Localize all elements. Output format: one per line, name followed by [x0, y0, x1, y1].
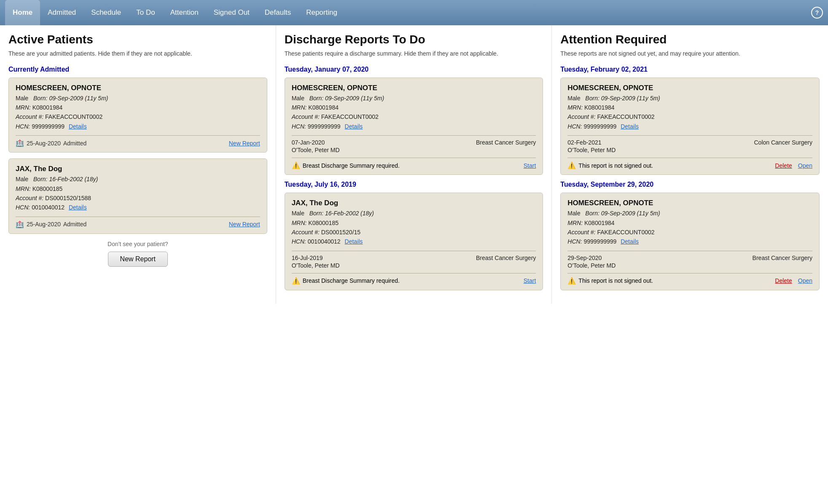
nav-admitted[interactable]: Admitted: [40, 0, 83, 25]
nav-attention[interactable]: Attention: [163, 0, 206, 25]
new-report-link[interactable]: New Report: [229, 221, 260, 228]
patient-mrn-label: MRN:: [567, 104, 583, 111]
alert-text: This report is not signed out.: [578, 162, 653, 169]
visit-date: 07-Jan-2020: [292, 139, 325, 146]
nav-reporting[interactable]: Reporting: [298, 0, 345, 25]
currently-admitted-header: Currently Admitted: [8, 66, 267, 73]
patient-sex: Male: [292, 95, 304, 102]
patient-sex: Male: [292, 210, 304, 217]
patient-name: JAX, The Dog: [292, 199, 536, 207]
discharge-date-header-1: Tuesday, January 07, 2020: [285, 66, 543, 73]
patient-hcn-label: HCN:: [16, 204, 30, 211]
patient-mrn-label: MRN:: [16, 104, 31, 111]
discharge-reports-title: Discharge Reports To Do: [285, 33, 543, 46]
patient-hcn-label: HCN:: [567, 238, 582, 245]
patient-card: HOMESCREEN, OPNOTE Male Born: 09-Sep-200…: [8, 78, 267, 153]
delete-link[interactable]: Delete: [775, 277, 792, 284]
alert-icon: ⚠️: [292, 277, 300, 285]
patient-account: FAKEACCOUNT0002: [45, 113, 102, 120]
patient-mrn: K08001984: [308, 104, 339, 111]
alert-icon: ⚠️: [567, 277, 576, 285]
new-report-link[interactable]: New Report: [229, 140, 260, 147]
patient-born: Born: 09-Sep-2009 (11y 5m): [585, 95, 660, 102]
patient-account-label: Account #:: [567, 229, 595, 236]
patient-card: HOMESCREEN, OPNOTE Male Born: 09-Sep-200…: [560, 78, 820, 175]
patient-account-label: Account #:: [292, 229, 320, 236]
attention-required-column: Attention Required These reports are not…: [552, 25, 828, 304]
nav-schedule[interactable]: Schedule: [83, 0, 129, 25]
patient-mrn: K08000185: [32, 185, 63, 192]
main-nav: Home Admitted Schedule To Do Attention S…: [0, 0, 828, 25]
patient-details-link[interactable]: Details: [621, 123, 639, 130]
patient-name: JAX, The Dog: [16, 165, 260, 173]
patient-card: HOMESCREEN, OPNOTE Male Born: 09-Sep-200…: [285, 78, 543, 175]
start-link[interactable]: Start: [524, 277, 536, 284]
patient-hcn: 9999999999: [583, 238, 616, 245]
active-patients-desc: These are your admitted patients. Hide t…: [8, 50, 267, 58]
alert-text: Breast Discharge Summary required.: [303, 162, 400, 169]
open-link[interactable]: Open: [798, 277, 812, 284]
patient-card: HOMESCREEN, OPNOTE Male Born: 09-Sep-200…: [560, 193, 820, 290]
doctor-name: O'Toole, Peter MD: [567, 147, 812, 153]
visit-date: 29-Sep-2020: [567, 255, 602, 261]
patient-born: Born: 16-Feb-2002 (18y): [33, 176, 98, 182]
patient-hcn-label: HCN:: [567, 123, 582, 130]
patient-account-label: Account #:: [292, 113, 320, 120]
patient-mrn: K08000185: [308, 220, 339, 226]
attention-date-header-2: Tuesday, September 29, 2020: [560, 181, 820, 188]
patient-sex: Male: [16, 95, 28, 102]
patient-mrn: K08001984: [584, 220, 615, 226]
admit-date: 25-Aug-2020: [27, 221, 61, 228]
attention-date-header-1: Tuesday, February 02, 2021: [560, 66, 820, 73]
patient-sex: Male: [567, 210, 580, 217]
patient-hcn-label: HCN:: [16, 123, 30, 130]
patient-hcn: 9999999999: [308, 123, 341, 130]
patient-account: DS0001520/15: [321, 229, 360, 236]
patient-account: FAKEACCOUNT0002: [597, 113, 654, 120]
start-link[interactable]: Start: [524, 162, 536, 169]
alert-text: Breast Discharge Summary required.: [303, 277, 400, 284]
visit-type: Breast Cancer Surgery: [753, 255, 812, 261]
nav-defaults[interactable]: Defaults: [257, 0, 298, 25]
patient-name: HOMESCREEN, OPNOTE: [292, 84, 536, 92]
patient-details-link[interactable]: Details: [69, 204, 87, 211]
patient-sex: Male: [16, 176, 28, 182]
visit-type: Breast Cancer Surgery: [476, 255, 536, 261]
visit-type: Breast Cancer Surgery: [476, 139, 536, 146]
patient-details-link[interactable]: Details: [621, 238, 639, 245]
admit-icon: 🏥: [16, 139, 24, 147]
patient-card: JAX, The Dog Male Born: 16-Feb-2002 (18y…: [8, 158, 267, 234]
nav-todo[interactable]: To Do: [129, 0, 162, 25]
help-icon[interactable]: ?: [811, 7, 823, 19]
patient-mrn-label: MRN:: [292, 220, 307, 226]
dont-see-text: Don't see your patient?: [8, 241, 267, 247]
visit-date: 16-Jul-2019: [292, 255, 323, 261]
patient-hcn: 9999999999: [32, 123, 65, 130]
patient-details-link[interactable]: Details: [345, 238, 363, 245]
nav-home[interactable]: Home: [5, 0, 40, 25]
patient-hcn-label: HCN:: [292, 123, 306, 130]
patient-details-link[interactable]: Details: [345, 123, 363, 130]
patient-sex: Male: [567, 95, 580, 102]
patient-born: Born: 16-Feb-2002 (18y): [309, 210, 374, 217]
delete-link[interactable]: Delete: [775, 162, 792, 169]
patient-name: HOMESCREEN, OPNOTE: [16, 84, 260, 92]
new-report-button[interactable]: New Report: [108, 252, 168, 267]
discharge-reports-desc: These patients require a discharge summa…: [285, 50, 543, 58]
patient-mrn-label: MRN:: [292, 104, 307, 111]
nav-signed-out[interactable]: Signed Out: [206, 0, 257, 25]
patient-details-link[interactable]: Details: [69, 123, 87, 130]
patient-born: Born: 09-Sep-2009 (11y 5m): [585, 210, 660, 217]
patient-account-label: Account #:: [16, 113, 43, 120]
main-content: Active Patients These are your admitted …: [0, 25, 828, 304]
active-patients-column: Active Patients These are your admitted …: [0, 25, 276, 304]
patient-mrn-label: MRN:: [16, 185, 31, 192]
visit-date: 02-Feb-2021: [567, 139, 601, 146]
doctor-name: O'Toole, Peter MD: [292, 262, 536, 269]
attention-required-desc: These reports are not signed out yet, an…: [560, 50, 820, 58]
patient-mrn: K08001984: [32, 104, 63, 111]
patient-mrn: K08001984: [584, 104, 615, 111]
alert-text: This report is not signed out.: [578, 277, 653, 284]
admit-date: 25-Aug-2020: [27, 140, 61, 147]
open-link[interactable]: Open: [798, 162, 812, 169]
